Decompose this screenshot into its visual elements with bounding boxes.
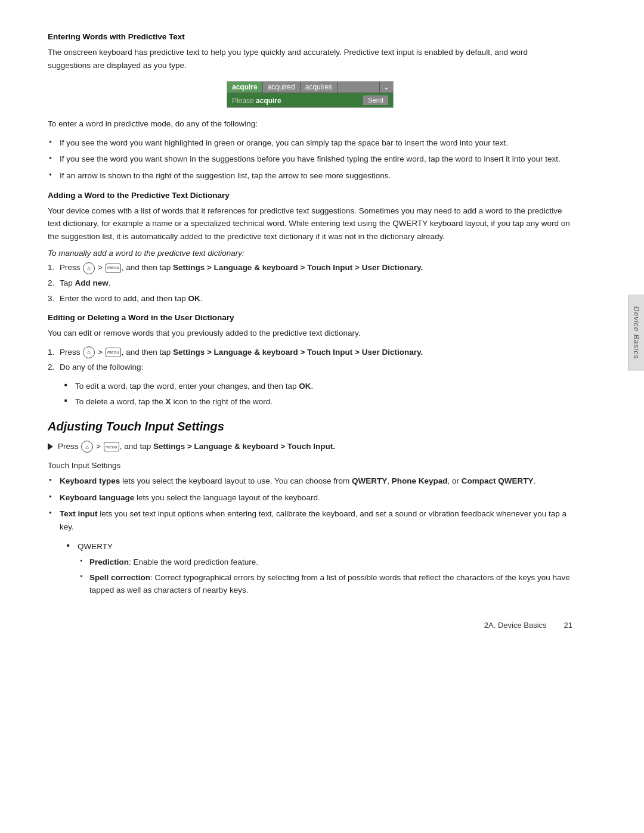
keyboard-acquire-word: acquire xyxy=(256,97,281,105)
edit-step-2-text: Do any of the following: xyxy=(60,363,143,371)
home-icon-2: ⌂ xyxy=(83,346,95,358)
page-footer: 2A. Device Basics 21 xyxy=(48,615,572,630)
edit-step-num-2: 2. xyxy=(48,361,54,374)
step-1-text-after: , and then tap Settings > Language & key… xyxy=(122,263,423,272)
adding-word-steps: 1. Press ⌂ > menu, and then tap Settings… xyxy=(48,261,572,305)
edit-sub-bullet-2: To delete a word, tap the X icon to the … xyxy=(62,395,572,408)
kbd-word-acquires: acquires xyxy=(301,82,338,92)
bullet-item-2: If you see the word you want shown in th… xyxy=(48,153,572,166)
bullet-item-1: If you see the word you want highlighted… xyxy=(48,137,572,150)
adjusting-heading: Adjusting Touch Input Settings xyxy=(48,420,572,433)
content-area: Entering Words with Predictive Text The … xyxy=(48,32,596,630)
entering-words-heading: Entering Words with Predictive Text xyxy=(48,32,572,41)
sub-bullet-prediction: Prediction: Enable the word prediction f… xyxy=(79,556,572,569)
page-container: Entering Words with Predictive Text The … xyxy=(0,0,644,665)
entering-words-body2: To enter a word in predictive mode, do a… xyxy=(48,117,572,131)
menu-icon-2: menu xyxy=(106,348,121,357)
press-line-text: Press ⌂ > menu, and tap Settings > Langu… xyxy=(58,441,335,453)
touch-input-bullets: Keyboard types lets you select the keybo… xyxy=(48,475,572,533)
adding-step-2: 2. Tap Add new. xyxy=(48,277,572,290)
editing-step-1: 1. Press ⌂ > menu, and then tap Settings… xyxy=(48,346,572,359)
step-num-2: 2. xyxy=(48,277,54,290)
step-num-1: 1. xyxy=(48,261,54,274)
touch-input-settings-heading: Touch Input Settings xyxy=(48,461,572,470)
keyboard-send-button: Send xyxy=(363,95,388,105)
sub-bullet-spell: Spell correction: Correct typographical … xyxy=(79,571,572,597)
triangle-right-icon xyxy=(48,443,53,450)
adding-step-3: 3. Enter the word to add, and then tap O… xyxy=(48,292,572,305)
keyboard-mockup: acquire acquired acquires ⌄ Please acqui… xyxy=(227,81,394,108)
kbd-chevron: ⌄ xyxy=(379,82,393,92)
editing-word-steps: 1. Press ⌂ > menu, and then tap Settings… xyxy=(48,346,572,374)
keyboard-input-row: Please acquire Send xyxy=(227,93,393,107)
press-line: Press ⌂ > menu, and tap Settings > Langu… xyxy=(48,441,572,453)
entering-words-bullets: If you see the word you want highlighted… xyxy=(48,137,572,182)
bullet-item-3: If an arrow is shown to the right of the… xyxy=(48,169,572,182)
home-icon-1: ⌂ xyxy=(83,262,95,274)
edit-sub-bullet-1: To edit a word, tap the word, enter your… xyxy=(62,380,572,393)
adjusting-section: Adjusting Touch Input Settings Press ⌂ >… xyxy=(48,420,572,597)
editing-word-section: Editing or Deleting a Word in the User D… xyxy=(48,313,572,408)
qwerty-list: QWERTY xyxy=(64,540,572,553)
adding-word-section: Adding a Word to the Predictive Text Dic… xyxy=(48,191,572,305)
adding-word-italic: To manually add a word to the predictve … xyxy=(48,249,572,258)
editing-word-heading: Editing or Deleting a Word in the User D… xyxy=(48,313,572,322)
keyboard-please-text: Please acquire xyxy=(232,95,281,105)
qwerty-sub-bullets: Prediction: Enable the word prediction f… xyxy=(79,556,572,597)
touch-bullet-1: Keyboard types lets you select the keybo… xyxy=(48,475,572,488)
tab-label: Device Basics xyxy=(632,306,640,359)
footer-right: 21 xyxy=(564,621,572,630)
editing-step-2: 2. Do any of the following: xyxy=(48,361,572,374)
step-2-text: Tap Add new. xyxy=(60,278,111,287)
qwerty-label: QWERTY xyxy=(64,540,572,553)
step-1-text-before: Press xyxy=(60,263,82,272)
step-1-gt: > xyxy=(95,263,104,272)
menu-icon-3: menu xyxy=(104,442,119,451)
entering-words-body1: The onscreen keyboard has predictive tex… xyxy=(48,46,572,72)
entering-words-section: Entering Words with Predictive Text The … xyxy=(48,32,572,182)
adding-word-body: Your device comes with a list of words t… xyxy=(48,205,572,243)
editing-sub-bullets: To edit a word, tap the word, enter your… xyxy=(62,380,572,408)
step-num-3: 3. xyxy=(48,292,54,305)
menu-icon-1: menu xyxy=(106,264,121,273)
keyboard-please-word: Please xyxy=(232,97,256,105)
editing-word-body: You can edit or remove words that you pr… xyxy=(48,327,572,340)
keyboard-suggestions-row: acquire acquired acquires ⌄ xyxy=(227,82,393,93)
footer-text: 2A. Device Basics 21 xyxy=(484,621,572,630)
qwerty-section: QWERTY Prediction: Enable the word predi… xyxy=(64,540,572,596)
edit-step-1-gt: > xyxy=(95,348,104,357)
touch-bullet-3: Text input lets you set text input optio… xyxy=(48,507,572,533)
step-3-text: Enter the word to add, and then tap OK. xyxy=(60,294,202,303)
kbd-word-acquired: acquired xyxy=(263,82,301,92)
adding-word-heading: Adding a Word to the Predictive Text Dic… xyxy=(48,191,572,200)
footer-left: 2A. Device Basics xyxy=(484,621,547,630)
edit-step-1-text: Press xyxy=(60,348,82,357)
touch-bullet-2: Keyboard language lets you select the la… xyxy=(48,491,572,504)
edit-step-1-after: , and then tap Settings > Language & key… xyxy=(122,348,423,357)
kbd-word-acquire: acquire xyxy=(227,82,263,92)
edit-step-num-1: 1. xyxy=(48,346,54,359)
home-icon-3: ⌂ xyxy=(81,441,93,453)
keyboard-mockup-container: acquire acquired acquires ⌄ Please acqui… xyxy=(48,81,572,108)
device-basics-tab: Device Basics xyxy=(628,295,644,371)
adding-step-1: 1. Press ⌂ > menu, and then tap Settings… xyxy=(48,261,572,274)
